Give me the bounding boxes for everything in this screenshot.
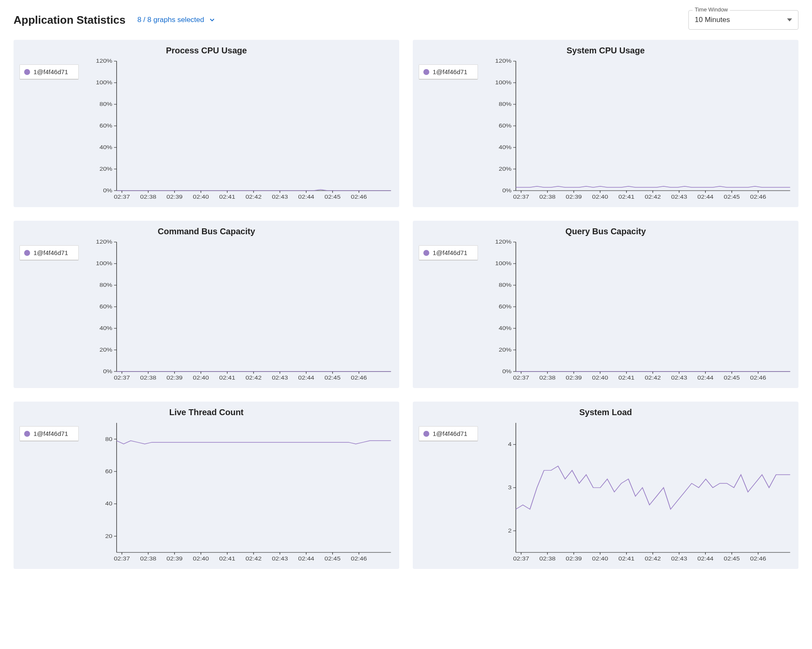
svg-text:02:45: 02:45 (325, 374, 341, 380)
svg-text:02:44: 02:44 (298, 555, 314, 561)
svg-text:02:42: 02:42 (246, 555, 262, 561)
svg-text:40%: 40% (99, 325, 112, 331)
legend-color-dot (24, 431, 30, 437)
chart-card: System CPU Usage 1@f4f46d71 0%20%40%60%8… (413, 40, 798, 207)
svg-text:02:40: 02:40 (592, 555, 608, 561)
chart-card: Query Bus Capacity 1@f4f46d71 0%20%40%60… (413, 221, 798, 388)
svg-text:02:43: 02:43 (671, 194, 687, 200)
svg-text:0%: 0% (103, 187, 112, 193)
svg-text:60%: 60% (99, 123, 112, 129)
legend-label: 1@f4f46d71 (33, 249, 68, 256)
svg-text:02:37: 02:37 (114, 194, 130, 200)
legend-color-dot (24, 250, 30, 256)
svg-text:02:38: 02:38 (539, 555, 555, 561)
page-title: Application Statistics (14, 14, 125, 27)
chart-card: Process CPU Usage 1@f4f46d71 0%20%40%60%… (14, 40, 399, 207)
svg-text:02:41: 02:41 (619, 555, 635, 561)
chart-title: Query Bus Capacity (419, 227, 793, 236)
svg-text:02:45: 02:45 (325, 555, 341, 561)
svg-text:02:42: 02:42 (246, 374, 262, 380)
svg-text:02:37: 02:37 (513, 194, 529, 200)
svg-text:02:45: 02:45 (724, 374, 740, 380)
svg-text:02:44: 02:44 (298, 374, 314, 380)
svg-text:2: 2 (508, 527, 512, 533)
svg-text:120%: 120% (495, 239, 512, 245)
legend-item[interactable]: 1@f4f46d71 (19, 426, 79, 441)
legend-item[interactable]: 1@f4f46d71 (19, 64, 79, 80)
svg-text:02:43: 02:43 (272, 194, 288, 200)
svg-text:120%: 120% (96, 239, 113, 245)
legend-item[interactable]: 1@f4f46d71 (419, 426, 478, 441)
svg-text:0%: 0% (502, 187, 511, 193)
legend-label: 1@f4f46d71 (433, 68, 467, 75)
svg-text:02:42: 02:42 (246, 194, 262, 200)
svg-text:02:43: 02:43 (272, 555, 288, 561)
svg-text:60%: 60% (499, 123, 511, 129)
svg-text:02:37: 02:37 (114, 555, 130, 561)
svg-text:02:41: 02:41 (219, 374, 235, 380)
graphs-selected-dropdown[interactable]: 8 / 8 graphs selected (137, 16, 216, 24)
svg-text:02:40: 02:40 (193, 194, 209, 200)
svg-text:02:42: 02:42 (645, 555, 661, 561)
svg-text:02:41: 02:41 (219, 194, 235, 200)
svg-text:02:38: 02:38 (140, 194, 156, 200)
svg-text:0%: 0% (103, 368, 112, 374)
chart-plot[interactable]: 0%20%40%60%80%100%120%02:3702:3802:3902:… (483, 239, 793, 384)
legend-color-dot (423, 69, 429, 75)
svg-text:02:43: 02:43 (272, 374, 288, 380)
svg-text:02:38: 02:38 (539, 374, 555, 380)
svg-text:60: 60 (105, 468, 112, 474)
svg-text:40%: 40% (499, 325, 511, 331)
legend-label: 1@f4f46d71 (33, 68, 68, 75)
chart-title: Live Thread Count (19, 408, 393, 417)
time-window-select[interactable]: 10 Minutes (688, 10, 798, 30)
svg-text:02:38: 02:38 (140, 555, 156, 561)
chart-plot[interactable]: 23402:3702:3802:3902:4002:4102:4202:4302… (483, 419, 793, 565)
svg-text:02:43: 02:43 (671, 555, 687, 561)
svg-text:80%: 80% (99, 282, 112, 288)
svg-text:02:42: 02:42 (645, 194, 661, 200)
legend-color-dot (24, 69, 30, 75)
svg-text:02:44: 02:44 (298, 194, 314, 200)
svg-text:100%: 100% (495, 261, 512, 266)
svg-text:02:41: 02:41 (619, 374, 635, 380)
svg-text:02:37: 02:37 (513, 374, 529, 380)
chart-plot[interactable]: 2040608002:3702:3802:3902:4002:4102:4202… (83, 419, 394, 565)
svg-text:02:44: 02:44 (697, 194, 713, 200)
svg-text:02:46: 02:46 (750, 374, 766, 380)
chart-title: System CPU Usage (419, 46, 793, 55)
graphs-selected-label: 8 / 8 graphs selected (137, 16, 204, 24)
dropdown-caret-icon (787, 17, 792, 22)
svg-text:02:39: 02:39 (166, 194, 182, 200)
svg-text:20: 20 (105, 533, 112, 539)
svg-text:02:39: 02:39 (166, 374, 182, 380)
svg-text:60%: 60% (99, 304, 112, 310)
chart-title: Command Bus Capacity (19, 227, 393, 236)
svg-text:100%: 100% (96, 80, 113, 86)
chart-plot[interactable]: 0%20%40%60%80%100%120%02:3702:3802:3902:… (83, 239, 394, 384)
svg-text:02:40: 02:40 (193, 374, 209, 380)
svg-text:02:40: 02:40 (193, 555, 209, 561)
chart-plot[interactable]: 0%20%40%60%80%100%120%02:3702:3802:3902:… (483, 58, 793, 203)
svg-text:02:40: 02:40 (592, 374, 608, 380)
legend-item[interactable]: 1@f4f46d71 (419, 64, 478, 80)
legend-label: 1@f4f46d71 (433, 249, 467, 256)
svg-text:02:37: 02:37 (114, 374, 130, 380)
legend-item[interactable]: 1@f4f46d71 (19, 245, 79, 261)
chart-card: Command Bus Capacity 1@f4f46d71 0%20%40%… (14, 221, 399, 388)
svg-text:3: 3 (508, 485, 512, 491)
chevron-down-icon (208, 16, 216, 24)
svg-text:02:38: 02:38 (140, 374, 156, 380)
svg-text:02:39: 02:39 (566, 374, 582, 380)
svg-text:02:46: 02:46 (351, 555, 367, 561)
chart-plot[interactable]: 0%20%40%60%80%100%120%02:3702:3802:3902:… (83, 58, 394, 203)
svg-text:02:46: 02:46 (750, 555, 766, 561)
legend-item[interactable]: 1@f4f46d71 (419, 245, 478, 261)
legend-color-dot (423, 431, 429, 437)
svg-text:02:46: 02:46 (351, 374, 367, 380)
svg-text:4: 4 (508, 441, 512, 447)
svg-text:80: 80 (105, 436, 112, 442)
svg-text:100%: 100% (96, 261, 113, 266)
svg-text:02:39: 02:39 (566, 194, 582, 200)
svg-text:40%: 40% (99, 144, 112, 150)
